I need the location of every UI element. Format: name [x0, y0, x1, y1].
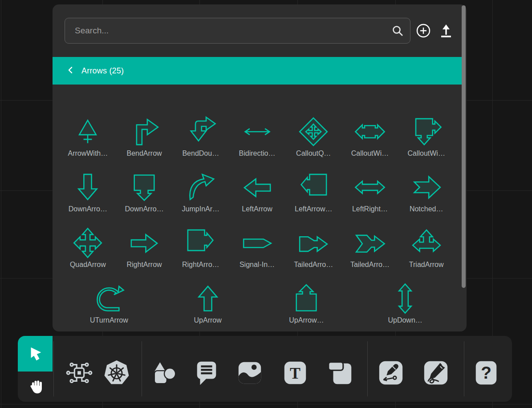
shape-label: Signal-In… — [240, 260, 275, 270]
signal-in-icon — [241, 227, 273, 259]
shape-label: RightArro… — [182, 260, 219, 270]
shape-row: ArrowWith…BendArrowBendDou…Bidirectio…Ca… — [60, 103, 455, 158]
components-tool-button[interactable] — [65, 359, 93, 387]
shape-library-panel: Arrows (25) ArrowWith…BendArrowBendDou…B… — [53, 4, 467, 331]
note-icon — [326, 359, 354, 387]
question-icon: ? — [472, 359, 500, 387]
comment-tool-button[interactable] — [192, 359, 221, 387]
shape-label: RightArrow — [127, 260, 162, 270]
bidirectional-arrow-icon — [241, 116, 273, 148]
shape-item-quad-arrow[interactable]: QuadArrow — [60, 214, 116, 270]
shape-label: BendDou… — [182, 149, 219, 158]
text-tool-button[interactable]: T — [281, 359, 309, 387]
shape-label: BendArrow — [127, 149, 162, 158]
pencil-icon — [422, 359, 450, 387]
shape-item-bend-double-arrow[interactable]: BendDou… — [172, 103, 229, 158]
comment-icon — [193, 359, 220, 387]
shapes-tool-button[interactable] — [150, 359, 179, 387]
upload-icon[interactable] — [439, 24, 453, 38]
shape-row: UTurnArrowUpArrowUpArrow…UpDown… — [60, 270, 455, 325]
callout-left-right-arrow-icon — [354, 116, 386, 148]
shape-label: UTurnArrow — [90, 315, 128, 325]
bend-arrow-icon — [128, 116, 160, 148]
shape-label: TailedArro… — [350, 260, 390, 270]
shape-label: JumpInAr… — [182, 204, 219, 214]
shape-label: DownArro… — [69, 204, 107, 214]
shape-item-right-arrow[interactable]: RightArrow — [116, 214, 173, 270]
bend-double-arrow-icon — [185, 116, 217, 148]
toolbar-divider — [142, 341, 142, 396]
shape-item-tailed-arrow[interactable]: TailedArro… — [285, 214, 342, 270]
shape-item-bend-arrow[interactable]: BendArrow — [116, 103, 173, 158]
shape-item-signal-in[interactable]: Signal-In… — [229, 214, 285, 270]
shape-item-notched-arrow[interactable]: Notched… — [398, 158, 455, 214]
shape-item-right-arrow-callout[interactable]: RightArro… — [172, 214, 229, 270]
select-tool-button[interactable] — [18, 336, 53, 372]
library-category-header[interactable]: Arrows (25) — [53, 57, 462, 85]
shape-label: DownArro… — [125, 204, 164, 214]
left-arrow-icon — [241, 171, 273, 203]
shape-item-up-down-arrow[interactable]: UpDown… — [356, 270, 455, 325]
shape-item-up-arrow[interactable]: UpArrow — [158, 270, 257, 325]
shape-label: Notched… — [410, 204, 443, 214]
edge-pen-tool-button[interactable] — [377, 359, 405, 387]
help-button[interactable]: ? — [472, 359, 500, 387]
shape-item-uturn-arrow[interactable]: UTurnArrow — [60, 270, 158, 325]
text-icon: T — [281, 359, 309, 387]
shape-label: LeftArrow — [242, 204, 272, 214]
note-tool-button[interactable] — [326, 359, 354, 387]
shape-item-left-right-arrow[interactable]: LeftRight… — [342, 158, 398, 214]
shape-grid: ArrowWith…BendArrowBendDou…Bidirectio…Ca… — [60, 103, 455, 325]
grid-line — [1, 0, 1, 408]
freehand-draw-tool-button[interactable] — [422, 359, 450, 387]
shape-item-left-arrow[interactable]: LeftArrow — [229, 158, 285, 214]
shape-item-up-arrow-callout[interactable]: UpArrow… — [257, 270, 356, 325]
kubernetes-icon — [103, 359, 130, 387]
shape-item-down-arrow[interactable]: DownArro… — [60, 158, 116, 214]
up-arrow-callout-icon — [290, 283, 322, 315]
shape-row: QuadArrowRightArrowRightArro…Signal-In…T… — [60, 214, 455, 270]
shape-item-jump-in-arrow[interactable]: JumpInAr… — [172, 158, 229, 214]
shape-item-triad-arrow[interactable]: TriadArrow — [398, 214, 455, 270]
chevron-left-icon — [67, 66, 75, 76]
shape-row: DownArro…DownArro…JumpInAr…LeftArrowLeft… — [60, 158, 455, 214]
toolbar-divider — [367, 341, 368, 396]
shape-item-callout-left-right-arrow[interactable]: CalloutWi… — [342, 103, 398, 158]
svg-text:T: T — [290, 364, 301, 382]
left-arrow-callout-icon — [297, 171, 329, 203]
shape-item-callout-quad-arrow[interactable]: CalloutQ… — [285, 103, 342, 158]
shape-label: TailedArro… — [294, 260, 333, 270]
down-arrow-callout-icon — [128, 171, 160, 203]
canvas-stage[interactable]: Arrows (25) ArrowWith…BendArrowBendDou…B… — [0, 0, 532, 408]
grid-line — [0, 404, 532, 404]
shape-item-arrow-with-stem[interactable]: ArrowWith… — [60, 103, 116, 158]
panel-scrollbar[interactable] — [462, 5, 466, 288]
shapes-icon — [151, 359, 179, 387]
shape-label: LeftRight… — [352, 204, 388, 214]
down-arrow-icon — [72, 171, 104, 203]
shape-label: CalloutQ… — [296, 149, 331, 158]
callout-right-down-arrow-icon — [410, 116, 443, 148]
shape-label: CalloutWi… — [351, 149, 389, 158]
image-tool-button[interactable] — [236, 359, 264, 387]
shape-label: ArrowWith… — [68, 149, 108, 158]
kubernetes-tool-button[interactable] — [102, 359, 131, 387]
search-input[interactable] — [65, 18, 410, 44]
shape-item-tailed-arrow-chevron[interactable]: TailedArro… — [342, 214, 398, 270]
svg-text:?: ? — [481, 363, 491, 382]
right-arrow-callout-icon — [185, 227, 217, 259]
toolbar-divider — [53, 341, 54, 396]
shape-item-down-arrow-callout[interactable]: DownArro… — [116, 158, 173, 214]
shape-label: UpArrow — [194, 315, 222, 325]
shape-item-left-arrow-callout[interactable]: LeftArrow… — [285, 158, 342, 214]
arrow-with-stem-icon — [72, 116, 104, 148]
shape-item-bidirectional-arrow[interactable]: Bidirectio… — [229, 103, 285, 158]
pan-tool-button[interactable] — [18, 372, 53, 402]
up-arrow-icon — [192, 283, 224, 315]
add-circle-icon[interactable] — [416, 23, 431, 38]
shape-label: QuadArrow — [70, 260, 106, 270]
pen-arrow-icon — [377, 359, 405, 387]
uturn-arrow-icon — [93, 283, 125, 315]
shape-item-callout-right-down-arrow[interactable]: CalloutWi… — [398, 103, 455, 158]
left-right-arrow-icon — [354, 171, 386, 203]
